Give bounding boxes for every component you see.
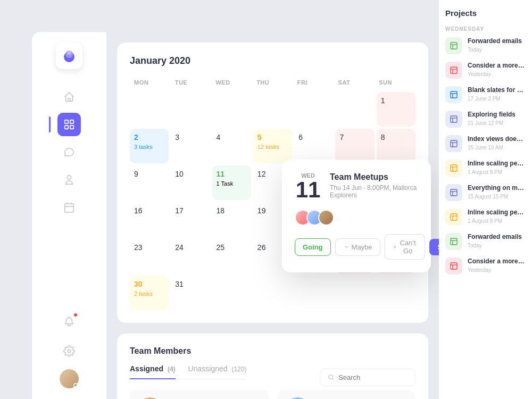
- attendee-avatar-3: [318, 210, 334, 226]
- popup-event-subtitle: Thu 14 Jun · 8:00PM, Mallorca Explorers: [330, 184, 418, 199]
- project-name: Consider a more data d...: [468, 62, 526, 70]
- project-info: Exploring fields 21 June 12 PM: [468, 111, 526, 126]
- team-tabs: Assigned (4) Unassigned (120): [130, 364, 246, 379]
- calendar-cell[interactable]: [253, 276, 292, 310]
- svg-rect-5: [65, 126, 68, 129]
- calendar-cell[interactable]: [335, 276, 374, 310]
- project-info: Everything on mobile 15 August 15 PM: [468, 184, 526, 200]
- project-name: Inline scaling performa...: [468, 209, 526, 217]
- share-button[interactable]: Share: [429, 239, 439, 255]
- svg-rect-36: [451, 214, 457, 220]
- calendar-cell[interactable]: 25: [212, 239, 251, 273]
- project-name: Forwarded emails: [468, 37, 526, 46]
- sidebar-item-chat[interactable]: [57, 140, 81, 164]
- project-item[interactable]: Forwarded emails Today: [445, 37, 526, 54]
- sidebar-item-bell[interactable]: [57, 310, 81, 333]
- calendar-cell[interactable]: 1: [377, 92, 415, 127]
- project-icon: [445, 111, 462, 128]
- member-card-1[interactable]: Minnie Garcia 3 Tasks ···: [130, 390, 269, 399]
- project-item[interactable]: Consider a more data d... Yesterday: [445, 62, 526, 79]
- team-members-card: Team Members Assigned (4) Unassigned (12…: [117, 334, 428, 399]
- calendar-cell[interactable]: 4: [212, 129, 251, 163]
- calendar-header: MON TUE WED THU FRI SAT SUN: [130, 77, 415, 88]
- calendar-cell[interactable]: 302 tasks: [130, 276, 169, 310]
- svg-rect-7: [65, 204, 74, 213]
- calendar-cell[interactable]: [294, 276, 333, 310]
- calendar-cell[interactable]: 10: [171, 165, 210, 200]
- calendar-cell[interactable]: [171, 92, 210, 127]
- project-name: Inline scaling performa...: [468, 160, 526, 168]
- user-avatar[interactable]: [60, 369, 79, 388]
- going-button[interactable]: Going: [295, 238, 331, 256]
- calendar-cell[interactable]: 7: [335, 129, 374, 163]
- sidebar-bottom: [57, 310, 81, 399]
- calendar-cell[interactable]: 31: [171, 276, 210, 310]
- project-name: Everything on mobile: [468, 184, 526, 193]
- calendar-cell[interactable]: 23: [130, 239, 169, 273]
- popup-attendees: [295, 210, 418, 226]
- cantgo-button[interactable]: Can't Go: [385, 234, 425, 260]
- sidebar-item-calendar[interactable]: [57, 196, 81, 219]
- sidebar-item-contacts[interactable]: [57, 168, 81, 192]
- project-item[interactable]: Inline scaling performa... 1 August 8 PM: [445, 209, 526, 226]
- calendar-cell[interactable]: [212, 276, 251, 310]
- project-icon: [445, 62, 462, 79]
- project-date: 21 June 12 PM: [468, 120, 526, 126]
- sidebar-item-dashboard[interactable]: [57, 113, 81, 136]
- project-info: Forwarded emails Today: [468, 37, 526, 53]
- calendar-title: January 2020: [130, 55, 415, 66]
- calendar-cell[interactable]: [253, 92, 292, 127]
- project-item[interactable]: Inline scaling performa... 1 August 8 PM: [445, 160, 526, 177]
- day-wed: WED: [211, 77, 252, 88]
- calendar-cell[interactable]: [335, 92, 374, 127]
- calendar-cell[interactable]: 512 tasks: [253, 129, 292, 163]
- projects-list: Forwarded emails Today Consider a more d…: [445, 37, 526, 275]
- project-icon: [445, 135, 462, 152]
- tab-assigned[interactable]: Assigned (4): [130, 364, 176, 379]
- calendar-cell[interactable]: 6: [294, 129, 333, 163]
- project-icon: [445, 184, 462, 201]
- calendar-cell[interactable]: 8: [377, 129, 415, 163]
- project-icon: [445, 86, 462, 103]
- calendar-cell[interactable]: 18: [212, 202, 251, 237]
- calendar-cell[interactable]: 16: [130, 202, 169, 237]
- project-date: Yesterday: [468, 71, 526, 77]
- calendar-cell[interactable]: [377, 276, 415, 310]
- logo[interactable]: [56, 43, 82, 69]
- project-item[interactable]: Consider a more data d... Yesterday: [445, 257, 526, 275]
- maybe-button[interactable]: Maybe: [335, 238, 380, 256]
- project-item[interactable]: Forwarded emails Today: [445, 233, 526, 250]
- project-item[interactable]: Blank slates for new we... 17 June 3 PM: [445, 86, 526, 103]
- search-icon: [328, 373, 334, 381]
- svg-rect-6: [70, 126, 73, 129]
- project-item[interactable]: Everything on mobile 15 August 15 PM: [445, 184, 526, 201]
- project-icon: [445, 257, 462, 275]
- calendar-cell[interactable]: [294, 92, 333, 127]
- calendar-cell[interactable]: 111 Task: [212, 165, 251, 200]
- calendar-cell[interactable]: 3: [171, 129, 210, 163]
- team-members-list: Minnie Garcia 3 Tasks ··· Brian Carson 4…: [130, 390, 415, 399]
- project-name: Index views doesn't do you want: [468, 135, 526, 144]
- calendar-card: January 2020 MON TUE WED THU FRI SAT SUN…: [117, 43, 428, 323]
- calendar-cell[interactable]: 24: [171, 239, 210, 273]
- svg-rect-33: [451, 189, 457, 196]
- project-name: Consider a more data d...: [468, 257, 526, 266]
- project-item[interactable]: Exploring fields 21 June 12 PM: [445, 111, 526, 128]
- search-input[interactable]: [338, 373, 408, 381]
- sidebar-item-home[interactable]: [57, 85, 81, 109]
- sidebar-item-settings[interactable]: [57, 339, 81, 363]
- svg-point-14: [329, 375, 333, 379]
- project-name: Exploring fields: [468, 111, 526, 119]
- team-title: Team Members: [130, 346, 415, 356]
- calendar-cell[interactable]: [130, 92, 169, 127]
- calendar-cell[interactable]: 9: [130, 165, 169, 200]
- popup-actions: Going Maybe Can't Go Share: [295, 234, 418, 260]
- member-card-2[interactable]: Brian Carson 4 Tasks ···: [277, 390, 416, 399]
- calendar-cell[interactable]: 23 tasks: [130, 129, 169, 163]
- calendar-cell[interactable]: [212, 92, 251, 127]
- project-date: 15 August 15 PM: [468, 194, 526, 200]
- project-item[interactable]: Index views doesn't do you want 15 June …: [445, 135, 526, 152]
- project-info: Inline scaling performa... 1 August 8 PM: [468, 209, 526, 224]
- tab-unassigned[interactable]: Unassigned (120): [188, 364, 247, 379]
- calendar-cell[interactable]: 17: [171, 202, 210, 237]
